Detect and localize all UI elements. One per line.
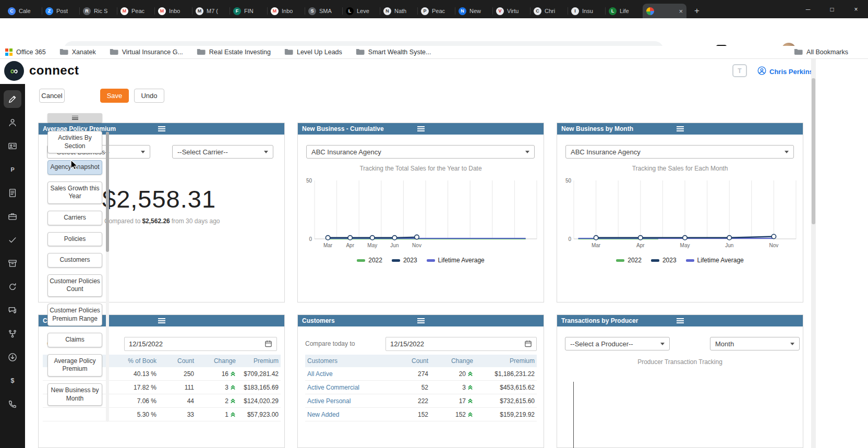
widget-menu-item[interactable]: Policies [47, 232, 102, 247]
tab-favicon: L [346, 7, 354, 15]
sidebar-item-chat[interactable] [0, 298, 25, 322]
bookmark-item[interactable]: Virtual Insurance G... [110, 48, 183, 57]
customer-segment-link[interactable]: New Added [305, 411, 393, 418]
widget-menu-item[interactable]: Customers [47, 253, 102, 268]
bookmark-item[interactable]: Office 365 [5, 48, 46, 57]
widget-menu-item[interactable]: Customer Policies Premium Range [47, 304, 102, 326]
sidebar-item-workflow[interactable] [0, 322, 25, 345]
customer-segment-link[interactable]: Active Personal [305, 397, 393, 405]
browser-tab[interactable]: CCale [4, 4, 42, 18]
tab-label: Cale [19, 8, 31, 14]
sidebar-item-refresh[interactable] [0, 275, 25, 298]
new-tab-button[interactable]: + [690, 4, 704, 18]
customer-segment-link[interactable]: All Active [305, 370, 393, 378]
widget-menu-item[interactable]: Activities By Section [47, 131, 102, 153]
bookmark-item[interactable]: Xanatek [59, 48, 96, 57]
sidebar-item-producer-p[interactable]: P [0, 158, 25, 181]
compare-date-input[interactable]: 12/15/2022 [124, 337, 277, 351]
legend-label: 2022 [628, 257, 642, 264]
undo-button[interactable]: Undo [134, 89, 164, 103]
sidebar-item-user[interactable] [0, 111, 25, 134]
drag-grip-icon[interactable] [158, 318, 165, 323]
tab-close-icon[interactable]: × [679, 7, 683, 15]
drag-grip-icon[interactable] [677, 318, 684, 323]
sidebar-item-download[interactable] [0, 345, 25, 369]
cancel-button[interactable]: Cancel [39, 89, 65, 103]
tab-label: Insu [582, 8, 593, 14]
sidebar-item-phone[interactable] [0, 392, 25, 416]
browser-tab[interactable]: SSMA [305, 4, 342, 18]
drag-grip-icon[interactable] [417, 318, 425, 323]
browser-tab[interactable]: ZPost [42, 4, 79, 18]
browser-tab[interactable]: RRic S [79, 4, 117, 18]
browser-tab[interactable]: LLife [605, 4, 643, 18]
page-scrollbar-thumb[interactable] [812, 78, 815, 224]
widget-menu-item[interactable]: Sales Growth this Year [47, 181, 102, 204]
widget-menu-item[interactable]: Customer Policies Count [47, 274, 102, 297]
widget-menu-item[interactable]: Claims [47, 333, 102, 347]
tab-favicon: I [571, 7, 579, 15]
pct-of-book: 17.82 % [110, 384, 159, 391]
drag-grip-icon[interactable] [677, 126, 684, 131]
agency-select[interactable]: ABC Insurance Agency [306, 145, 535, 159]
bookmark-item[interactable]: Real Estate Investing [197, 48, 271, 57]
sidebar-item-checkmark[interactable] [0, 228, 25, 251]
sidebar-item-dollar[interactable]: $ [0, 369, 25, 392]
browser-tab[interactable]: MInbo [154, 4, 192, 18]
column-header: Premium [475, 357, 537, 365]
card-title-bar[interactable]: New Business - Cumulative [298, 123, 544, 135]
tab-label: Inbo [282, 8, 293, 14]
svg-text:Mar: Mar [323, 243, 333, 248]
browser-tab[interactable]: NNew [455, 4, 492, 18]
browser-tab[interactable]: NNath [380, 4, 417, 18]
widget-menu-item[interactable]: Average Policy Premium [47, 354, 102, 377]
bookmark-label: Virtual Insurance G... [122, 49, 183, 56]
sidebar-item-archive[interactable] [0, 251, 25, 275]
close-window-button[interactable]: × [844, 0, 868, 18]
compare-date-input[interactable]: 12/15/2022 [385, 337, 537, 351]
calendar-icon[interactable] [264, 340, 272, 349]
browser-tab[interactable]: PPeac [417, 4, 455, 18]
chart-subtitle: Producer Transaction Tracking [557, 358, 803, 366]
widget-menu-item[interactable]: Carriers [47, 211, 102, 225]
menu-drag-handle[interactable] [47, 113, 102, 123]
calendar-icon[interactable] [524, 340, 532, 349]
sidebar-item-document[interactable] [0, 181, 25, 204]
all-bookmarks-button[interactable]: All Bookmarks [794, 48, 863, 57]
user-menu[interactable]: Chris Perkins [757, 66, 813, 77]
card-title-bar[interactable]: Transactions by Producer [557, 315, 803, 326]
browser-tab[interactable]: MPeac [117, 4, 154, 18]
drag-grip-icon[interactable] [158, 126, 165, 131]
browser-tab-active[interactable]: × [643, 4, 686, 18]
producer-select[interactable]: --Select a Producer-- [565, 337, 670, 350]
sidebar-item-contacts[interactable] [0, 134, 25, 158]
drag-grip-icon[interactable] [417, 126, 425, 131]
browser-tab[interactable]: VVirtu [492, 4, 530, 18]
menu-scrollbar-thumb[interactable] [106, 132, 109, 252]
period-select[interactable]: Month [710, 337, 800, 350]
browser-tab[interactable]: MInbo [267, 4, 305, 18]
change-up-icon [467, 398, 473, 404]
maximize-window-button[interactable]: □ [820, 0, 844, 18]
browser-tab[interactable]: CChri [530, 4, 568, 18]
bookmark-label: Smart Wealth Syste... [368, 49, 431, 56]
agency-select[interactable]: ABC Insurance Agency [565, 145, 794, 159]
carrier-select[interactable]: --Select Carrier-- [172, 145, 273, 159]
browser-tab[interactable]: LLeve [342, 4, 380, 18]
card-title-bar[interactable]: Customers [298, 315, 544, 326]
save-button[interactable]: Save [100, 89, 129, 103]
browser-tab[interactable]: MM7 ( [192, 4, 230, 18]
minimize-window-button[interactable]: ─ [796, 0, 820, 18]
widget-menu-item[interactable]: New Business by Month [47, 383, 102, 406]
customer-segment-link[interactable]: Active Commercial [305, 384, 393, 391]
bookmark-item[interactable]: Level Up Leads [284, 48, 342, 57]
sidebar-item-edit-pencil[interactable] [0, 87, 25, 111]
bookmark-item[interactable]: Smart Wealth Syste... [356, 48, 431, 57]
feedback-tooltip-icon[interactable]: T [732, 64, 747, 77]
download-icon [4, 348, 21, 366]
refresh-icon [4, 278, 21, 296]
browser-tab[interactable]: IInsu [568, 4, 605, 18]
card-title-bar[interactable]: New Business by Month [557, 123, 803, 135]
sidebar-item-briefcase[interactable] [0, 204, 25, 228]
browser-tab[interactable]: FFIN [230, 4, 267, 18]
